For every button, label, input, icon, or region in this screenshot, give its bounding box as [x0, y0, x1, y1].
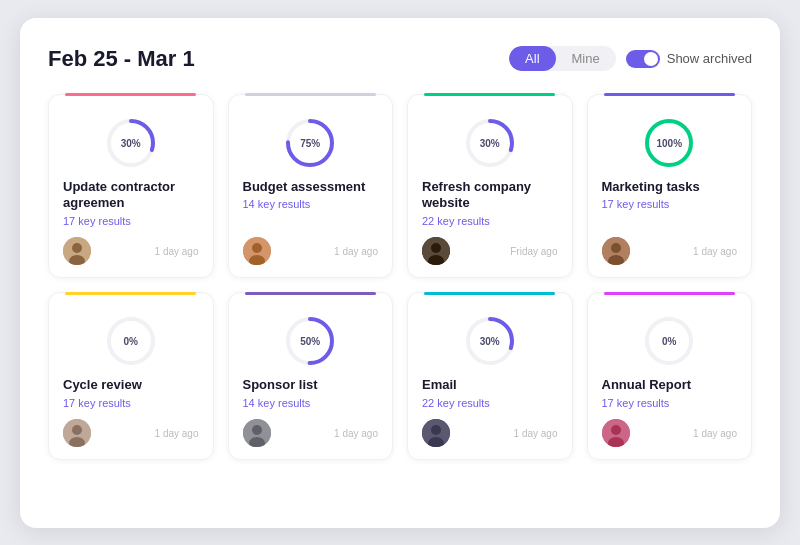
- time-ago: 1 day ago: [155, 246, 199, 257]
- card-title: Refresh company website: [422, 179, 558, 213]
- card-title: Cycle review: [63, 377, 142, 394]
- avatar-face: [63, 419, 91, 447]
- card-accent-bar: [424, 93, 555, 96]
- card-accent-bar: [65, 292, 196, 295]
- card-footer: 1 day ago: [602, 237, 738, 265]
- percent-label: 0%: [124, 336, 138, 347]
- donut-chart: 100%: [641, 115, 697, 171]
- percent-label: 100%: [656, 137, 682, 148]
- time-ago: 1 day ago: [334, 246, 378, 257]
- card-footer: 1 day ago: [243, 419, 379, 447]
- avatar: [602, 237, 630, 265]
- card-footer: 1 day ago: [243, 237, 379, 265]
- card-footer: 1 day ago: [63, 237, 199, 265]
- app-container: Feb 25 - Mar 1 All Mine Show archived: [20, 18, 780, 528]
- donut-chart: 50%: [282, 313, 338, 369]
- card-subtitle: 17 key results: [602, 397, 670, 409]
- card-progress-area: 30%: [422, 115, 558, 171]
- svg-point-18: [611, 243, 621, 253]
- time-ago: 1 day ago: [334, 428, 378, 439]
- page-title: Feb 25 - Mar 1: [48, 46, 195, 72]
- avatar: [63, 419, 91, 447]
- donut-chart: 30%: [462, 313, 518, 369]
- card-accent-bar: [245, 93, 376, 96]
- card-progress-area: 30%: [63, 115, 199, 171]
- avatar: [422, 419, 450, 447]
- avatar: [602, 419, 630, 447]
- cards-grid: 30% Update contractor agreemen 17 key re…: [48, 94, 752, 461]
- donut-chart: 0%: [103, 313, 159, 369]
- card-subtitle: 17 key results: [63, 397, 131, 409]
- card-subtitle: 14 key results: [243, 397, 311, 409]
- archived-toggle[interactable]: [626, 50, 660, 68]
- percent-label: 30%: [121, 137, 141, 148]
- svg-point-33: [431, 425, 441, 435]
- card-5[interactable]: 0% Cycle review 17 key results 1 day ago: [48, 292, 214, 460]
- card-accent-bar: [424, 292, 555, 295]
- avatar-face: [422, 419, 450, 447]
- card-progress-area: 50%: [243, 313, 379, 369]
- avatar-face: [243, 237, 271, 265]
- svg-point-23: [72, 425, 82, 435]
- svg-point-3: [72, 243, 82, 253]
- card-subtitle: 22 key results: [422, 215, 490, 227]
- time-ago: 1 day ago: [693, 428, 737, 439]
- toggle-knob: [644, 52, 658, 66]
- avatar-face: [602, 237, 630, 265]
- avatar-face: [602, 419, 630, 447]
- percent-label: 0%: [662, 336, 676, 347]
- avatar-face: [63, 237, 91, 265]
- card-accent-bar: [604, 292, 735, 295]
- avatar: [63, 237, 91, 265]
- card-progress-area: 30%: [422, 313, 558, 369]
- percent-label: 75%: [300, 137, 320, 148]
- card-progress-area: 0%: [63, 313, 199, 369]
- card-accent-bar: [604, 93, 735, 96]
- card-2[interactable]: 75% Budget assessment 14 key results 1 d…: [228, 94, 394, 279]
- card-progress-area: 100%: [602, 115, 738, 171]
- archived-toggle-container: Show archived: [626, 50, 752, 68]
- time-ago: 1 day ago: [514, 428, 558, 439]
- header-controls: All Mine Show archived: [509, 46, 752, 71]
- card-7[interactable]: 30% Email 22 key results 1 day ago: [407, 292, 573, 460]
- card-title: Email: [422, 377, 457, 394]
- card-footer: 1 day ago: [602, 419, 738, 447]
- card-4[interactable]: 100% Marketing tasks 17 key results 1 da…: [587, 94, 753, 279]
- svg-point-8: [252, 243, 262, 253]
- filter-group: All Mine: [509, 46, 616, 71]
- time-ago: Friday ago: [510, 246, 557, 257]
- card-footer: 1 day ago: [63, 419, 199, 447]
- card-1[interactable]: 30% Update contractor agreemen 17 key re…: [48, 94, 214, 279]
- avatar: [243, 237, 271, 265]
- card-3[interactable]: 30% Refresh company website 22 key resul…: [407, 94, 573, 279]
- donut-chart: 0%: [641, 313, 697, 369]
- avatar: [422, 237, 450, 265]
- percent-label: 30%: [480, 336, 500, 347]
- card-title: Budget assessment: [243, 179, 366, 196]
- time-ago: 1 day ago: [693, 246, 737, 257]
- time-ago: 1 day ago: [155, 428, 199, 439]
- filter-mine-button[interactable]: Mine: [556, 46, 616, 71]
- card-progress-area: 0%: [602, 313, 738, 369]
- percent-label: 30%: [480, 137, 500, 148]
- card-subtitle: 22 key results: [422, 397, 490, 409]
- donut-chart: 75%: [282, 115, 338, 171]
- card-8[interactable]: 0% Annual Report 17 key results 1 day ag…: [587, 292, 753, 460]
- donut-chart: 30%: [103, 115, 159, 171]
- svg-point-13: [431, 243, 441, 253]
- card-6[interactable]: 50% Sponsor list 14 key results 1 day ag…: [228, 292, 394, 460]
- archived-toggle-label: Show archived: [667, 51, 752, 66]
- card-title: Sponsor list: [243, 377, 318, 394]
- svg-point-38: [611, 425, 621, 435]
- card-title: Marketing tasks: [602, 179, 700, 196]
- svg-point-28: [252, 425, 262, 435]
- filter-all-button[interactable]: All: [509, 46, 555, 71]
- card-subtitle: 17 key results: [602, 198, 670, 210]
- avatar: [243, 419, 271, 447]
- avatar-face: [243, 419, 271, 447]
- card-footer: Friday ago: [422, 237, 558, 265]
- card-title: Update contractor agreemen: [63, 179, 199, 213]
- header: Feb 25 - Mar 1 All Mine Show archived: [48, 46, 752, 72]
- card-progress-area: 75%: [243, 115, 379, 171]
- card-footer: 1 day ago: [422, 419, 558, 447]
